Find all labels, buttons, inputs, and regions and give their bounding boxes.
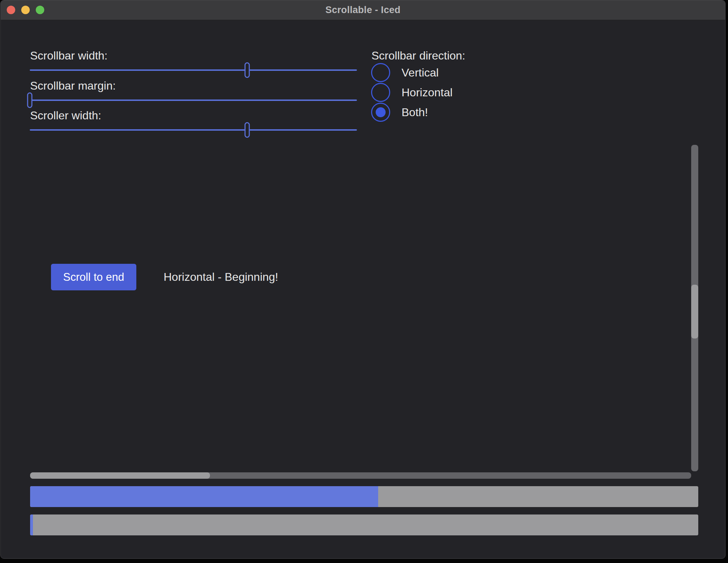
vertical-progress-bar [30, 514, 698, 535]
window-title: Scrollable - Iced [325, 5, 400, 16]
close-button[interactable] [7, 6, 15, 14]
slider-track[interactable] [30, 129, 357, 131]
vertical-scrollbar-track[interactable] [691, 145, 698, 471]
radio-option-both[interactable]: Both! [371, 102, 428, 122]
radio-label: Horizontal [402, 86, 453, 99]
radio-circle[interactable] [371, 83, 390, 102]
radio-option-vertical[interactable]: Vertical [371, 63, 439, 83]
progress-fill [30, 514, 33, 535]
slider-track[interactable] [30, 69, 357, 71]
traffic-lights [7, 6, 44, 14]
scroller-width-label: Scroller width: [30, 109, 101, 122]
horizontal-scrollbar-track[interactable] [30, 472, 691, 479]
zoom-button[interactable] [36, 6, 44, 14]
scroll-to-end-button[interactable]: Scroll to end [51, 264, 136, 290]
scroll-status-text: Horizontal - Beginning! [164, 264, 278, 290]
slider-handle[interactable] [244, 62, 250, 78]
progress-fill [30, 486, 378, 507]
radio-dot [376, 107, 386, 117]
slider-track[interactable] [30, 99, 357, 101]
slider-handle[interactable] [27, 92, 33, 108]
app-window: Scrollable - Iced Scrollbar width: Scrol… [0, 0, 726, 559]
scroller-width-slider[interactable] [30, 122, 357, 138]
scrollbar-margin-slider[interactable] [30, 92, 357, 108]
vertical-scrollbar-thumb[interactable] [691, 285, 698, 339]
radio-circle[interactable] [371, 63, 390, 82]
title-bar: Scrollable - Iced [1, 0, 725, 20]
scrollbar-width-label: Scrollbar width: [30, 49, 108, 62]
scrollbar-direction-label: Scrollbar direction: [371, 49, 465, 62]
radio-label: Vertical [402, 66, 439, 79]
slider-handle[interactable] [244, 122, 250, 138]
radio-circle[interactable] [371, 103, 390, 122]
scrollbar-width-slider[interactable] [30, 62, 357, 78]
radio-option-horizontal[interactable]: Horizontal [371, 83, 453, 102]
scrollbar-margin-label: Scrollbar margin: [30, 79, 116, 92]
horizontal-progress-bar [30, 486, 698, 507]
radio-label: Both! [402, 106, 428, 119]
horizontal-scrollbar-thumb[interactable] [30, 472, 210, 479]
minimize-button[interactable] [21, 6, 30, 14]
